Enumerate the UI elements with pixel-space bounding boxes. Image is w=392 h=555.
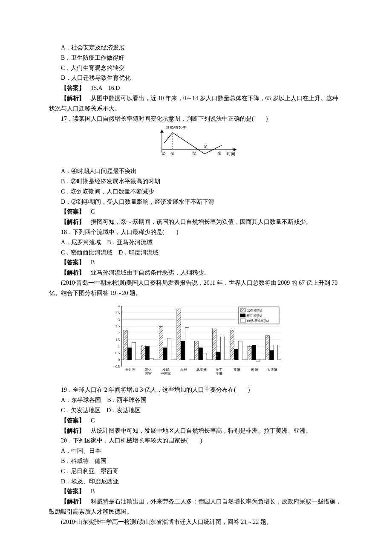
svg-text:亚洲: 亚洲	[233, 368, 240, 372]
svg-text:美洲: 美洲	[216, 372, 222, 376]
svg-rect-29	[124, 330, 127, 359]
svg-text:2.5: 2.5	[115, 324, 120, 328]
option-a: A．中国、日本	[49, 446, 343, 456]
svg-rect-45	[185, 327, 189, 360]
svg-text:3.5: 3.5	[115, 311, 120, 315]
answer-label: 【答案】	[61, 85, 85, 91]
explanation-label: 【解析】	[61, 498, 85, 505]
option-a: A．东半球各国	[61, 397, 101, 403]
answer-label: 【答案】	[61, 208, 85, 215]
svg-rect-39	[163, 347, 167, 359]
explanation: 【解析】 科威特是石油输出国，外来劳务工人多；德国人口自然增长率为负增长，故政府…	[49, 497, 343, 517]
explanation-label: 【解析】	[61, 95, 85, 101]
growth-rate-diagram: 自然增长率 时间 ① ② ③ ④ ⑤	[49, 126, 343, 164]
option-d: D．②到④期间，受人口数量影响，经济发展水平不断下滑	[49, 197, 343, 207]
answer-text: B	[91, 259, 95, 266]
svg-rect-35	[150, 358, 153, 360]
svg-rect-31	[132, 342, 135, 360]
svg-text:国家: 国家	[145, 372, 152, 376]
answer-label: 【答案】	[61, 488, 85, 494]
svg-rect-53	[221, 337, 225, 360]
svg-rect-34	[145, 346, 149, 360]
explanation-label: 【解析】	[61, 269, 85, 276]
answer-text: C	[91, 417, 95, 424]
svg-rect-56	[230, 330, 234, 359]
svg-rect-65	[270, 350, 274, 360]
explanation: 【解析】 从统计图表中可知，发展中地区人口自然增长率高，特别是非洲、拉丁美洲、亚…	[49, 426, 343, 436]
svg-text:发达: 发达	[145, 368, 152, 372]
svg-text:非洲: 非洲	[180, 368, 187, 372]
tick-5: ⑤	[217, 151, 221, 156]
answer-text: B	[91, 488, 95, 494]
svg-text:-0.5: -0.5	[114, 365, 120, 369]
question-stem: 20．下列国家中，人口机械增长率较大的国家是( )	[49, 436, 343, 446]
tick-3: ③	[193, 151, 196, 156]
population-bar-chart: -0.500.511.522.533.54全世界发达国家发展中国家非洲北美洲拉丁…	[49, 302, 343, 382]
option-d: D．发达地区	[107, 407, 141, 413]
svg-rect-66	[274, 345, 278, 360]
explanation-text: 据图可知，③～⑤期间，该国的人口自然增长率为负值，因而其人口数量不断减少。	[91, 219, 311, 225]
question-stem: 17．读某国人口自然增长率随时间变化示意图，判断下列说法中正确的是( )	[49, 114, 343, 124]
x-axis-label: 时间	[227, 151, 235, 156]
svg-rect-49	[203, 353, 207, 360]
page-number: - 4 -	[49, 552, 343, 555]
option-c: C．③到⑤期间，人口数量不断减少	[49, 187, 343, 197]
answer-line: 【答案】 C	[49, 207, 343, 217]
answer-line: 【答案】 C	[49, 416, 343, 426]
svg-rect-43	[177, 309, 181, 360]
bar-chart-svg: -0.500.511.522.533.54全世界发达国家发展中国家非洲北美洲拉丁…	[107, 302, 285, 379]
answer-label: 【答案】	[61, 417, 85, 424]
explanation: 【解析】 亚马孙河流域由于自然条件恶劣，人烟稀少。	[49, 268, 343, 278]
svg-rect-71	[240, 314, 245, 317]
svg-rect-33	[141, 345, 145, 360]
option-row-2: C．欠发达地区 D．发达地区	[49, 405, 343, 416]
option-a: A．④时期人口问题最不突出	[49, 166, 343, 176]
question-stem: 18．下列四个流域中，人口最稀少的是( )	[49, 227, 343, 237]
option-d: D．印度河流域	[118, 249, 159, 256]
svg-text:北美洲: 北美洲	[196, 368, 207, 372]
explanation-text: 科威特是石油输出国，外来劳务工人多；德国人口自然增长率为负增长，故政府采取一些措…	[49, 498, 341, 515]
tick-4: ④	[204, 145, 208, 149]
option-c: C．密西西比河流域	[61, 249, 112, 256]
option-b: B．②时期是经济发展水平最高的时期	[49, 176, 343, 187]
svg-text:欧洲: 欧洲	[251, 368, 258, 372]
svg-text:出生率(%): 出生率(%)	[247, 309, 262, 312]
passage-text: (2010·山东实验中学高一检测)读山东省淄博市迁入人口统计图，回答 21～22…	[49, 517, 343, 527]
option-a: A．尼罗河流域	[61, 239, 101, 246]
svg-rect-73	[240, 319, 245, 322]
svg-text:0: 0	[118, 358, 120, 362]
option-b: B．科威特、德国	[49, 456, 343, 466]
svg-text:中国家: 中国家	[161, 372, 171, 376]
svg-rect-61	[252, 345, 256, 360]
tick-2: ②	[170, 151, 174, 156]
svg-text:1.5: 1.5	[115, 338, 120, 341]
option-d: D．人口迁移导致生育优化	[49, 73, 343, 83]
explanation: 【解析】 据图可知，③～⑤期间，该国的人口自然增长率为负值，因而其人口数量不断减…	[49, 217, 343, 227]
option-c: C．尼日利亚、墨西哥	[49, 466, 343, 477]
svg-text:大洋洲: 大洋洲	[267, 368, 277, 372]
svg-text:1: 1	[118, 344, 120, 348]
y-axis-label: 自然增长率	[165, 126, 187, 129]
option-b: B．西半球各国	[107, 397, 147, 403]
svg-text:死亡率(%): 死亡率(%)	[247, 314, 262, 318]
svg-rect-48	[199, 347, 202, 359]
explanation: 【解析】 从图中数据可以看出，近 10 年来，0～14 岁人口数量总体在下降，6…	[49, 93, 343, 114]
svg-text:拉丁: 拉丁	[216, 368, 222, 372]
svg-text:全世界: 全世界	[125, 368, 135, 372]
svg-rect-58	[238, 341, 242, 360]
question-stem: 19．全球人口在 2 年间将增加 3 亿人，这些增加的人口主要分布在( )	[49, 385, 343, 395]
option-b: B．卫生防疫工作做得好	[49, 53, 343, 63]
answer-line: 【答案】 B	[49, 486, 343, 497]
option-c: C．欠发达地区	[61, 407, 101, 413]
svg-rect-51	[212, 329, 216, 360]
passage-text: (2010·青岛一中期末检测)美国人口资料局发表报告说，2011 年，世界人口总…	[49, 278, 343, 298]
svg-rect-69	[240, 309, 245, 312]
explanation-text: 从统计图表中可知，发展中地区人口自然增长率高，特别是非洲、拉丁美洲、亚洲。	[91, 428, 311, 434]
svg-text:4: 4	[118, 304, 120, 308]
answer-label: 【答案】	[61, 259, 85, 266]
answer-text: C	[91, 208, 95, 215]
option-b: B．亚马孙河流域	[107, 239, 153, 246]
svg-text:3: 3	[118, 318, 120, 321]
line-graph-icon: 自然增长率 时间 ① ② ③ ④ ⑤	[149, 126, 243, 160]
option-row-1: A．尼罗河流域 B．亚马孙河流域	[49, 237, 343, 248]
